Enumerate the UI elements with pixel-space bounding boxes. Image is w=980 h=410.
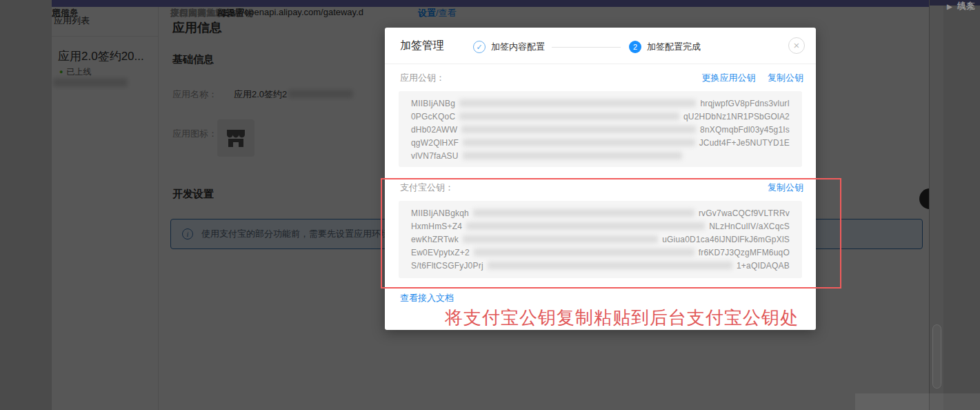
editor-scrollbar[interactable] [930, 6, 943, 410]
key-text: JCudt4F+Je5NUTYD1E [699, 138, 790, 148]
redacted-key-segment [488, 262, 732, 269]
redacted-key-segment [461, 126, 696, 133]
triangle-icon: ▶ [947, 3, 952, 10]
dialog-title: 加签管理 [400, 39, 444, 53]
annotation-tool-panel: ▶填充 ▶线条 [929, 0, 980, 410]
key-text: fr6KD7J3QzgMFM6uqO [699, 248, 790, 257]
key-text: Ew0EVpytxZ+2 [411, 248, 470, 257]
key-text: NLzHnCulIV/aXCqcS [709, 222, 790, 231]
key-text: S/t6FltCSGFyJ0Prj [411, 261, 483, 271]
step2-label: 加签配置完成 [647, 41, 701, 53]
key-text: 8nXQmqbFdl03y45g1Is [700, 125, 790, 135]
sign-management-dialog: 加签管理 ✓ 加签内容配置 2 加签配置完成 × 应用公钥： 更换应用公钥 复制… [385, 28, 816, 330]
key-text: uGiua0D1ca46lJNDlFkJ6mGpXlS [662, 235, 790, 244]
copy-app-key-link[interactable]: 复制公钥 [768, 72, 803, 83]
step1-label: 加签内容配置 [491, 41, 545, 53]
dialog-header: 加签管理 ✓ 加签内容配置 2 加签配置完成 × [385, 28, 816, 64]
key-text: HxmHmS+Z4 [411, 222, 462, 231]
copy-alipay-key-link[interactable]: 复制公钥 [768, 182, 803, 193]
redacted-key-segment [474, 248, 694, 256]
annotation-note-text: 将支付宝公钥复制粘贴到后台支付宝公钥处 [445, 306, 799, 330]
app-public-key-box[interactable]: MIIBIjANBghrqjwpfGV8pFdns3vlurI 0PGcKQoC… [399, 91, 802, 167]
step-connector [552, 47, 621, 48]
panel-item-label: 线条 [957, 1, 975, 11]
key-text: qgW2QlHXF [411, 138, 459, 148]
redacted-key-segment [463, 152, 682, 159]
app-public-key-label: 应用公钥： [400, 72, 445, 83]
editor-bottom-bar [855, 393, 980, 410]
app-public-key-row: 应用公钥： 更换应用公钥 复制公钥 [400, 72, 803, 83]
redacted-key-segment [463, 235, 658, 243]
step2-number-badge: 2 [629, 41, 641, 53]
key-text: MIIBIjANBgkqh [411, 208, 469, 218]
alipay-public-key-row: 支付宝公钥： 复制公钥 [400, 182, 803, 193]
redacted-key-segment [473, 209, 694, 217]
redacted-key-segment [466, 222, 705, 230]
key-text: MIIBIjANBg [411, 99, 455, 108]
view-docs-link[interactable]: 查看接入文档 [400, 292, 454, 304]
redacted-key-segment [459, 113, 679, 120]
panel-item-line[interactable]: ▶线条 [947, 0, 975, 12]
key-text: hrqjwpfGV8pFdns3vlurI [700, 99, 790, 108]
key-text: ewKhZRTwk [411, 235, 459, 244]
key-text: vlVN7faASU [411, 151, 459, 161]
scrollbar-thumb[interactable] [932, 324, 941, 389]
alipay-public-key-box[interactable]: MIIBIjANBgkqhrvGv7waCQCf9VLTRRv HxmHmS+Z… [399, 201, 802, 278]
key-text: rvGv7waCQCf9VLTRRv [699, 208, 790, 218]
key-text: 1+aQIDAQAB [737, 261, 790, 271]
step-indicator: ✓ 加签内容配置 2 加签配置完成 [473, 41, 708, 53]
step1-check-icon: ✓ [473, 41, 486, 53]
redacted-key-segment [459, 99, 696, 107]
key-text: 0PGcKQoC [411, 112, 455, 121]
key-text: dHb02AWW [411, 125, 457, 135]
close-icon[interactable]: × [788, 37, 805, 54]
key-text: qU2HDbNz1NR1PSbGOlA2 [683, 112, 790, 121]
redacted-key-segment [463, 139, 695, 146]
site-header-bar [52, 0, 929, 7]
alipay-public-key-label: 支付宝公钥： [400, 182, 454, 193]
replace-app-key-link[interactable]: 更换应用公钥 [701, 72, 755, 83]
